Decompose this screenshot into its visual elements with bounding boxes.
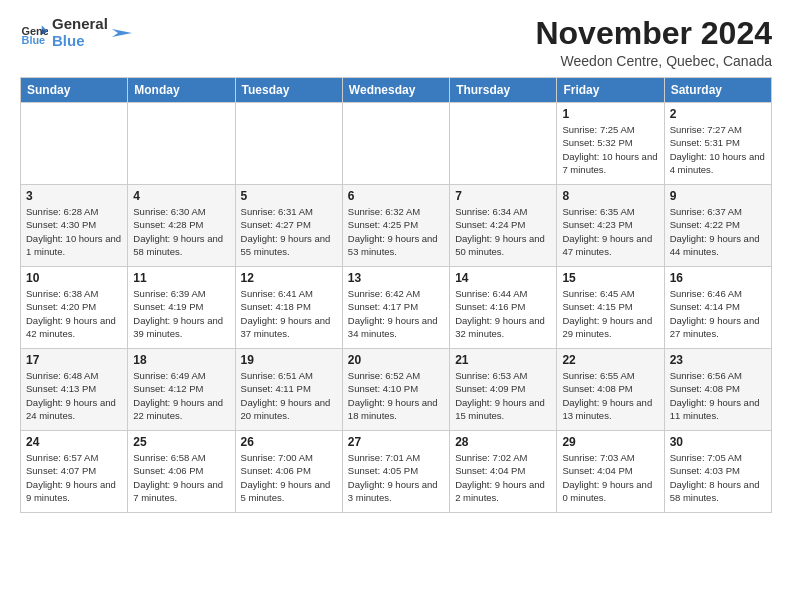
day-info: Sunrise: 7:01 AM Sunset: 4:05 PM Dayligh… [348, 451, 444, 504]
day-cell: 9Sunrise: 6:37 AM Sunset: 4:22 PM Daylig… [664, 185, 771, 267]
day-number: 30 [670, 435, 766, 449]
day-cell: 19Sunrise: 6:51 AM Sunset: 4:11 PM Dayli… [235, 349, 342, 431]
week-row-1: 1Sunrise: 7:25 AM Sunset: 5:32 PM Daylig… [21, 103, 772, 185]
day-cell: 21Sunrise: 6:53 AM Sunset: 4:09 PM Dayli… [450, 349, 557, 431]
day-cell: 11Sunrise: 6:39 AM Sunset: 4:19 PM Dayli… [128, 267, 235, 349]
day-info: Sunrise: 6:42 AM Sunset: 4:17 PM Dayligh… [348, 287, 444, 340]
location-subtitle: Weedon Centre, Quebec, Canada [535, 53, 772, 69]
day-cell: 15Sunrise: 6:45 AM Sunset: 4:15 PM Dayli… [557, 267, 664, 349]
day-number: 26 [241, 435, 337, 449]
day-cell: 20Sunrise: 6:52 AM Sunset: 4:10 PM Dayli… [342, 349, 449, 431]
main-container: General Blue General Blue November 2024 … [0, 0, 792, 523]
day-info: Sunrise: 6:45 AM Sunset: 4:15 PM Dayligh… [562, 287, 658, 340]
day-cell [21, 103, 128, 185]
day-info: Sunrise: 7:05 AM Sunset: 4:03 PM Dayligh… [670, 451, 766, 504]
day-info: Sunrise: 6:34 AM Sunset: 4:24 PM Dayligh… [455, 205, 551, 258]
day-info: Sunrise: 6:53 AM Sunset: 4:09 PM Dayligh… [455, 369, 551, 422]
day-info: Sunrise: 6:30 AM Sunset: 4:28 PM Dayligh… [133, 205, 229, 258]
title-block: November 2024 Weedon Centre, Quebec, Can… [535, 16, 772, 69]
day-number: 24 [26, 435, 122, 449]
day-cell [342, 103, 449, 185]
logo: General Blue General Blue [20, 16, 132, 49]
header-row: SundayMondayTuesdayWednesdayThursdayFrid… [21, 78, 772, 103]
month-title: November 2024 [535, 16, 772, 51]
col-header-thursday: Thursday [450, 78, 557, 103]
day-number: 11 [133, 271, 229, 285]
day-number: 6 [348, 189, 444, 203]
day-number: 4 [133, 189, 229, 203]
day-number: 15 [562, 271, 658, 285]
col-header-monday: Monday [128, 78, 235, 103]
day-info: Sunrise: 6:35 AM Sunset: 4:23 PM Dayligh… [562, 205, 658, 258]
day-info: Sunrise: 6:55 AM Sunset: 4:08 PM Dayligh… [562, 369, 658, 422]
day-number: 12 [241, 271, 337, 285]
day-number: 5 [241, 189, 337, 203]
logo-icon: General Blue [20, 19, 48, 47]
day-cell: 4Sunrise: 6:30 AM Sunset: 4:28 PM Daylig… [128, 185, 235, 267]
day-number: 23 [670, 353, 766, 367]
logo-text-blue: Blue [52, 33, 108, 50]
day-cell: 16Sunrise: 6:46 AM Sunset: 4:14 PM Dayli… [664, 267, 771, 349]
col-header-tuesday: Tuesday [235, 78, 342, 103]
week-row-3: 10Sunrise: 6:38 AM Sunset: 4:20 PM Dayli… [21, 267, 772, 349]
logo-text-general: General [52, 16, 108, 33]
day-number: 1 [562, 107, 658, 121]
day-info: Sunrise: 6:58 AM Sunset: 4:06 PM Dayligh… [133, 451, 229, 504]
day-number: 29 [562, 435, 658, 449]
day-number: 19 [241, 353, 337, 367]
day-number: 8 [562, 189, 658, 203]
col-header-friday: Friday [557, 78, 664, 103]
day-info: Sunrise: 7:25 AM Sunset: 5:32 PM Dayligh… [562, 123, 658, 176]
day-number: 7 [455, 189, 551, 203]
day-number: 10 [26, 271, 122, 285]
week-row-2: 3Sunrise: 6:28 AM Sunset: 4:30 PM Daylig… [21, 185, 772, 267]
day-number: 17 [26, 353, 122, 367]
day-number: 18 [133, 353, 229, 367]
calendar-table: SundayMondayTuesdayWednesdayThursdayFrid… [20, 77, 772, 513]
svg-marker-4 [112, 29, 132, 37]
day-cell: 3Sunrise: 6:28 AM Sunset: 4:30 PM Daylig… [21, 185, 128, 267]
col-header-saturday: Saturday [664, 78, 771, 103]
day-cell: 26Sunrise: 7:00 AM Sunset: 4:06 PM Dayli… [235, 431, 342, 513]
day-cell [128, 103, 235, 185]
day-cell: 12Sunrise: 6:41 AM Sunset: 4:18 PM Dayli… [235, 267, 342, 349]
day-info: Sunrise: 6:56 AM Sunset: 4:08 PM Dayligh… [670, 369, 766, 422]
day-number: 21 [455, 353, 551, 367]
day-info: Sunrise: 6:51 AM Sunset: 4:11 PM Dayligh… [241, 369, 337, 422]
header: General Blue General Blue November 2024 … [20, 16, 772, 69]
day-info: Sunrise: 6:49 AM Sunset: 4:12 PM Dayligh… [133, 369, 229, 422]
day-info: Sunrise: 6:41 AM Sunset: 4:18 PM Dayligh… [241, 287, 337, 340]
day-number: 25 [133, 435, 229, 449]
svg-text:Blue: Blue [22, 33, 46, 45]
day-number: 27 [348, 435, 444, 449]
day-cell: 23Sunrise: 6:56 AM Sunset: 4:08 PM Dayli… [664, 349, 771, 431]
day-cell: 8Sunrise: 6:35 AM Sunset: 4:23 PM Daylig… [557, 185, 664, 267]
day-cell: 10Sunrise: 6:38 AM Sunset: 4:20 PM Dayli… [21, 267, 128, 349]
day-info: Sunrise: 7:02 AM Sunset: 4:04 PM Dayligh… [455, 451, 551, 504]
day-info: Sunrise: 7:00 AM Sunset: 4:06 PM Dayligh… [241, 451, 337, 504]
week-row-4: 17Sunrise: 6:48 AM Sunset: 4:13 PM Dayli… [21, 349, 772, 431]
day-cell: 14Sunrise: 6:44 AM Sunset: 4:16 PM Dayli… [450, 267, 557, 349]
day-number: 16 [670, 271, 766, 285]
day-cell: 28Sunrise: 7:02 AM Sunset: 4:04 PM Dayli… [450, 431, 557, 513]
day-info: Sunrise: 6:52 AM Sunset: 4:10 PM Dayligh… [348, 369, 444, 422]
col-header-wednesday: Wednesday [342, 78, 449, 103]
day-number: 9 [670, 189, 766, 203]
day-number: 3 [26, 189, 122, 203]
day-cell: 7Sunrise: 6:34 AM Sunset: 4:24 PM Daylig… [450, 185, 557, 267]
day-number: 20 [348, 353, 444, 367]
day-cell [235, 103, 342, 185]
day-cell: 13Sunrise: 6:42 AM Sunset: 4:17 PM Dayli… [342, 267, 449, 349]
logo-arrow-icon [112, 23, 132, 43]
day-number: 28 [455, 435, 551, 449]
day-number: 2 [670, 107, 766, 121]
day-info: Sunrise: 6:37 AM Sunset: 4:22 PM Dayligh… [670, 205, 766, 258]
day-cell: 5Sunrise: 6:31 AM Sunset: 4:27 PM Daylig… [235, 185, 342, 267]
day-cell: 17Sunrise: 6:48 AM Sunset: 4:13 PM Dayli… [21, 349, 128, 431]
day-cell [450, 103, 557, 185]
day-info: Sunrise: 7:27 AM Sunset: 5:31 PM Dayligh… [670, 123, 766, 176]
day-info: Sunrise: 6:32 AM Sunset: 4:25 PM Dayligh… [348, 205, 444, 258]
day-info: Sunrise: 6:57 AM Sunset: 4:07 PM Dayligh… [26, 451, 122, 504]
day-info: Sunrise: 6:44 AM Sunset: 4:16 PM Dayligh… [455, 287, 551, 340]
day-cell: 22Sunrise: 6:55 AM Sunset: 4:08 PM Dayli… [557, 349, 664, 431]
